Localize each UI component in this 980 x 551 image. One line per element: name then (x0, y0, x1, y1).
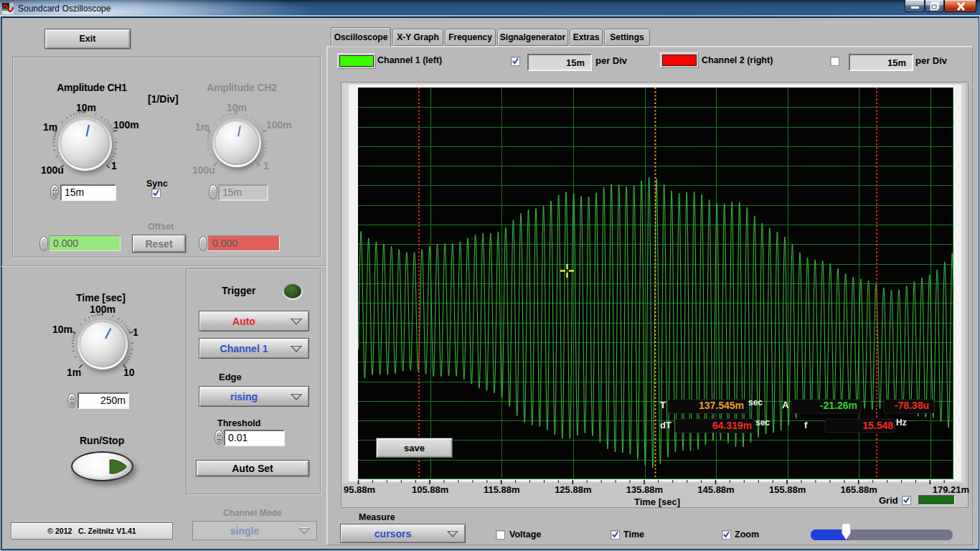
svg-text:155.88m: 155.88m (769, 484, 806, 495)
svg-text:sec: sec (755, 418, 770, 428)
svg-text:145.88m: 145.88m (697, 484, 734, 495)
svg-text:Time [sec]: Time [sec] (634, 496, 680, 507)
svg-text:105.88m: 105.88m (412, 484, 448, 495)
svg-text:-21.26m: -21.26m (820, 400, 857, 411)
svg-text:179.21m: 179.21m (933, 484, 969, 495)
svg-text:125.88m: 125.88m (555, 484, 591, 495)
svg-text:115.88m: 115.88m (484, 484, 520, 495)
svg-text:T: T (660, 400, 666, 410)
svg-text:sec: sec (748, 397, 763, 408)
svg-text:-78.38u: -78.38u (895, 400, 929, 411)
svg-text:135.88m: 135.88m (626, 484, 663, 495)
svg-text:15.548: 15.548 (862, 420, 893, 431)
svg-text:95.88m: 95.88m (344, 484, 375, 495)
svg-text:A: A (782, 400, 789, 410)
svg-text:dT: dT (660, 420, 672, 430)
svg-text:64.319m: 64.319m (712, 420, 752, 431)
svg-text:137.545m: 137.545m (699, 400, 744, 411)
svg-text:165.88m: 165.88m (841, 484, 877, 495)
svg-text:f: f (804, 420, 808, 430)
svg-text:Hz: Hz (896, 418, 907, 428)
